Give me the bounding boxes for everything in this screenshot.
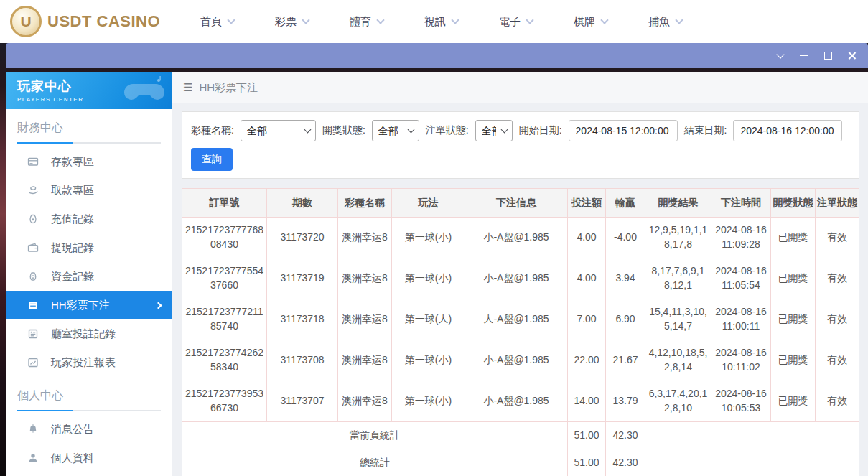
table-cell: 8,17,7,6,9,18,12,1 (645, 258, 711, 299)
table-cell: 第一球(大) (392, 299, 465, 340)
lottery-type-select[interactable]: 全部 (241, 120, 316, 141)
sidebar: 玩家中心 PLAYERS CENTER 財務中心存款專區取款專區充值記錄提現記錄… (6, 72, 172, 476)
logo-monogram: U (20, 13, 31, 30)
window-close-button[interactable] (846, 51, 857, 61)
table-cell: 3.94 (606, 258, 645, 299)
nav-item-label: 視訊 (424, 15, 446, 29)
window-dropdown-button[interactable] (775, 51, 785, 61)
table-cell: 6.90 (606, 299, 645, 340)
summary-bet-total: 51.00 (568, 422, 606, 449)
menu-toggle-icon[interactable]: ☰ (183, 81, 192, 94)
draw-status-select[interactable]: 全部 (372, 120, 419, 141)
table-cell: 已開獎 (771, 340, 816, 381)
table-cell: 13.79 (606, 381, 645, 422)
sidebar-item-withdraw-area[interactable]: 取款專區 (6, 176, 172, 205)
table-row: 215217237742625834031173708澳洲幸运8第一球(小)小-… (182, 340, 859, 381)
nav-item-label: 體育 (350, 15, 371, 29)
column-header: 訂單號 (182, 189, 267, 218)
logo-coin-icon: U (10, 6, 42, 37)
table-cell: 澳洲幸运8 (338, 299, 392, 340)
bet-status-label: 注單狀態: (426, 124, 469, 137)
table-cell: 6,3,17,4,20,12,8,10 (645, 381, 711, 422)
column-header: 玩法 (392, 189, 465, 218)
window-titlebar (6, 43, 868, 68)
chevron-down-icon (776, 50, 784, 58)
nav-item-slots[interactable]: 電子 (499, 15, 533, 29)
main-menu: 首頁彩票體育視訊電子棋牌捕魚 (200, 15, 682, 29)
nav-item-label: 捕魚 (648, 15, 670, 29)
table-cell: 澳洲幸运8 (338, 218, 392, 258)
nav-item-fishing[interactable]: 捕魚 (648, 15, 682, 29)
nav-item-sports[interactable]: 體育 (350, 15, 383, 29)
column-header: 下注信息 (465, 189, 568, 218)
table-cell: 31173707 (267, 381, 338, 422)
table-cell: 澳洲幸运8 (338, 258, 392, 299)
chevron-down-icon (451, 16, 459, 24)
nav-item-chess-cards[interactable]: 棋牌 (574, 15, 607, 29)
sidebar-item-recharge-records[interactable]: 充值記錄 (6, 205, 172, 233)
nav-item-label: 首頁 (200, 15, 222, 29)
table-cell: 7.00 (568, 299, 606, 340)
sidebar-item-profile[interactable]: 個人資料 (6, 444, 172, 472)
table-cell: 第一球(小) (392, 381, 465, 422)
table-cell: 2024-08-16 10:11:02 (711, 340, 771, 381)
table-cell: 2152172377721185740 (182, 299, 267, 340)
bet-status-select[interactable]: 全部 (475, 120, 513, 141)
nav-item-live-video[interactable]: 視訊 (424, 15, 458, 29)
summary-filler (645, 422, 859, 449)
table-cell: 15,4,11,3,10,5,14,7 (645, 299, 711, 340)
table-cell: 22.00 (568, 340, 606, 381)
table-cell: 31173718 (267, 299, 338, 340)
person-icon (27, 452, 39, 464)
top-navigation: U USDT CASINO 首頁彩票體育視訊電子棋牌捕魚 (0, 0, 868, 43)
sidebar-item-funds-records[interactable]: 資金記錄 (6, 262, 172, 291)
column-header: 彩種名稱 (338, 189, 392, 218)
table-cell: 4,12,10,18,5,2,8,14 (645, 340, 711, 381)
nav-item-label: 棋牌 (574, 15, 595, 29)
usdt-casino-logo[interactable]: U USDT CASINO (10, 6, 160, 37)
maximize-icon (824, 52, 832, 60)
search-button[interactable]: 查詢 (191, 148, 233, 171)
draw-status-label: 開獎狀態: (322, 124, 365, 137)
table-cell: 21.67 (606, 340, 645, 381)
end-date-input[interactable] (733, 120, 842, 141)
table-cell: 31173708 (267, 340, 338, 381)
sidebar-item-label: 資金記錄 (51, 270, 94, 284)
table-cell: 澳洲幸运8 (338, 340, 392, 381)
room-record-icon (27, 328, 39, 340)
sidebar-item-label: 充值記錄 (51, 213, 94, 226)
sidebar-item-announcements[interactable]: 消息公告 (6, 415, 172, 444)
table-cell: 14.00 (568, 381, 606, 422)
window-minimize-button[interactable] (799, 51, 809, 61)
nav-item-lottery[interactable]: 彩票 (275, 15, 309, 29)
start-date-input[interactable] (569, 120, 678, 141)
chevron-down-icon (376, 16, 384, 24)
close-icon (847, 51, 857, 60)
summary-bet-total: 51.00 (568, 449, 606, 476)
table-cell: 31173719 (267, 258, 338, 299)
sidebar-item-deposit-area[interactable]: 存款專區 (6, 147, 172, 176)
table-cell: 4.00 (568, 218, 606, 258)
sidebar-item-hh-lottery-bets[interactable]: HH彩票下注 (6, 291, 172, 319)
column-header: 輸贏 (606, 189, 645, 218)
table-cell: 4.00 (568, 258, 606, 299)
table-cell: 小-A盤@1.985 (465, 218, 568, 258)
sidebar-item-withdrawal-records[interactable]: 提現記錄 (6, 233, 172, 262)
window-maximize-button[interactable] (823, 51, 833, 61)
bets-table-wrap: 訂單號期數彩種名稱玩法下注信息投注額輸贏開獎結果下注時間開獎狀態注單狀態 215… (182, 188, 859, 476)
column-header: 開獎結果 (645, 189, 711, 218)
sidebar-item-player-bet-report[interactable]: 玩家投注報表 (6, 348, 172, 377)
section-heading: 財務中心 (6, 109, 172, 136)
table-row: 215217237777680843031173720澳洲幸运8第一球(小)小-… (182, 218, 859, 258)
column-header: 開獎狀態 (771, 189, 816, 218)
summary-row: 當前頁統計51.0042.30 (182, 422, 859, 449)
nav-item-home[interactable]: 首頁 (200, 15, 234, 29)
table-cell: 已開獎 (771, 299, 816, 340)
table-cell: 有效 (816, 381, 859, 422)
sidebar-item-label: 提現記錄 (51, 241, 94, 255)
table-row: 215217237775543766031173719澳洲幸运8第一球(小)小-… (182, 258, 859, 299)
column-header: 期數 (267, 189, 338, 218)
sidebar-item-room-bet-records[interactable]: 廳室投註記錄 (6, 319, 172, 348)
section-heading-rule (17, 410, 161, 411)
table-cell: 澳洲幸运8 (338, 381, 392, 422)
